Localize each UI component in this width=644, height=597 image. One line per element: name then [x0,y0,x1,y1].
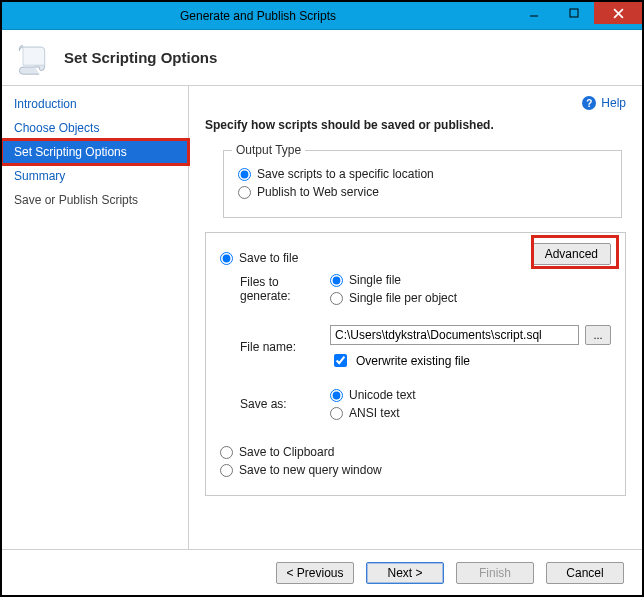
window-title: Generate and Publish Scripts [2,9,514,23]
radio-publish-web[interactable]: Publish to Web service [238,185,607,199]
file-name-label: File name: [220,340,330,354]
help-icon: ? [582,96,596,110]
wizard-footer: < Previous Next > Finish Cancel [2,549,642,595]
scroll-icon [14,40,50,76]
radio-save-new-query-input[interactable] [220,464,233,477]
radio-ansi-label: ANSI text [349,406,400,420]
next-button[interactable]: Next > [366,562,444,584]
radio-save-to-file-input[interactable] [220,252,233,265]
svg-rect-1 [570,9,578,17]
close-button[interactable] [594,2,642,24]
radio-single-file[interactable]: Single file [330,273,611,287]
radio-single-per-object[interactable]: Single file per object [330,291,611,305]
advanced-button[interactable]: Advanced [532,243,611,265]
radio-unicode-label: Unicode text [349,388,416,402]
overwrite-label: Overwrite existing file [356,354,470,368]
sidebar-item-save-publish: Save or Publish Scripts [2,188,188,212]
finish-button: Finish [456,562,534,584]
radio-publish-web-label: Publish to Web service [257,185,379,199]
file-name-input[interactable] [330,325,579,345]
radio-unicode-input[interactable] [330,389,343,402]
radio-save-new-query-label: Save to new query window [239,463,382,477]
radio-save-new-query[interactable]: Save to new query window [220,463,611,477]
browse-button[interactable]: ... [585,325,611,345]
radio-unicode[interactable]: Unicode text [330,388,611,402]
cancel-button[interactable]: Cancel [546,562,624,584]
save-group: Advanced Save to file Files to generate:… [205,232,626,496]
radio-publish-web-input[interactable] [238,186,251,199]
radio-single-file-label: Single file [349,273,401,287]
save-as-label: Save as: [220,397,330,411]
radio-save-clipboard-input[interactable] [220,446,233,459]
window-controls [514,2,642,29]
radio-save-clipboard[interactable]: Save to Clipboard [220,445,611,459]
sidebar-item-set-scripting-options[interactable]: Set Scripting Options [2,140,188,164]
radio-single-per-object-input[interactable] [330,292,343,305]
radio-save-clipboard-label: Save to Clipboard [239,445,334,459]
close-icon [613,8,624,19]
radio-single-file-input[interactable] [330,274,343,287]
page-title: Set Scripting Options [64,49,217,66]
maximize-button[interactable] [554,2,594,24]
help-row: ? Help [205,96,626,110]
page-header: Set Scripting Options [2,30,642,86]
output-type-legend: Output Type [232,143,305,157]
previous-button[interactable]: < Previous [276,562,354,584]
sidebar-item-choose-objects[interactable]: Choose Objects [2,116,188,140]
radio-save-location[interactable]: Save scripts to a specific location [238,167,607,181]
radio-save-location-input[interactable] [238,168,251,181]
sidebar-item-summary[interactable]: Summary [2,164,188,188]
radio-single-per-object-label: Single file per object [349,291,457,305]
maximize-icon [569,8,579,18]
overwrite-checkbox[interactable] [334,354,347,367]
title-bar: Generate and Publish Scripts [2,2,642,30]
wizard-sidebar: Introduction Choose Objects Set Scriptin… [2,86,189,549]
radio-save-location-label: Save scripts to a specific location [257,167,434,181]
help-link[interactable]: Help [601,96,626,110]
save-as-row: Save as: Unicode text ANSI text [220,384,611,424]
file-name-row: File name: ... Overwrite existing file [220,319,611,374]
minimize-icon [529,8,539,18]
files-to-generate-label: Files to generate: [220,275,330,303]
radio-ansi-input[interactable] [330,407,343,420]
sidebar-item-introduction[interactable]: Introduction [2,92,188,116]
output-type-group: Output Type Save scripts to a specific l… [223,150,622,218]
overwrite-checkbox-row[interactable]: Overwrite existing file [330,351,611,370]
minimize-button[interactable] [514,2,554,24]
radio-ansi[interactable]: ANSI text [330,406,611,420]
files-to-generate-row: Files to generate: Single file Single fi… [220,269,611,309]
content-pane: ? Help Specify how scripts should be sav… [189,86,642,549]
main-area: Introduction Choose Objects Set Scriptin… [2,86,642,549]
instruction-text: Specify how scripts should be saved or p… [205,118,626,132]
radio-save-to-file-label: Save to file [239,251,298,265]
